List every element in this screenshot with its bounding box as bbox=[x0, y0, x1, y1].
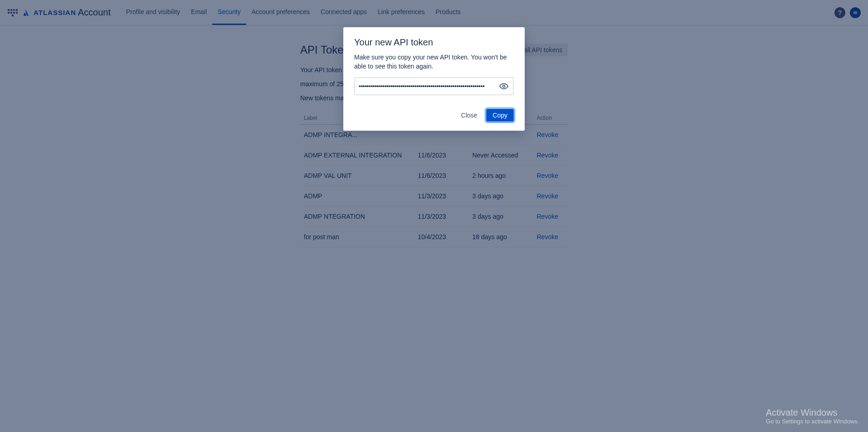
token-field bbox=[354, 77, 514, 95]
copy-button[interactable]: Copy bbox=[486, 109, 514, 122]
reveal-token-button[interactable] bbox=[498, 81, 509, 92]
modal-title: Your new API token bbox=[354, 37, 514, 48]
modal-overlay[interactable]: Your new API token Make sure you copy yo… bbox=[0, 0, 868, 432]
close-button[interactable]: Close bbox=[457, 109, 482, 122]
api-token-modal: Your new API token Make sure you copy yo… bbox=[343, 27, 525, 131]
svg-point-0 bbox=[503, 85, 505, 88]
eye-icon bbox=[499, 82, 508, 91]
token-input[interactable] bbox=[359, 83, 498, 90]
modal-desc: Make sure you copy your new API token. Y… bbox=[354, 53, 514, 71]
